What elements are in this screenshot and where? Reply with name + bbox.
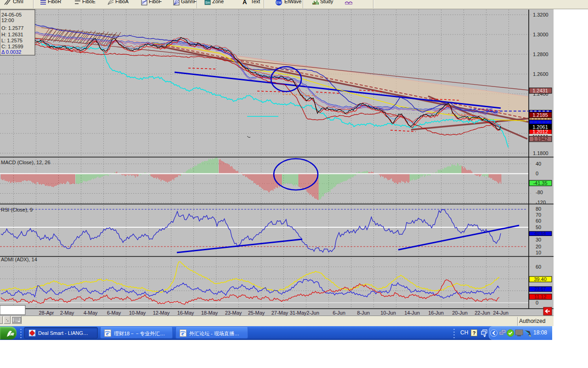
svg-text:23.67: 23.67 — [534, 287, 546, 292]
svg-text:C: 1.2599: C: 1.2599 — [1, 44, 23, 49]
svg-text:23-May: 23-May — [225, 310, 242, 316]
svg-text:27-May: 27-May — [271, 310, 288, 316]
svg-text:1.2012: 1.2012 — [532, 129, 548, 134]
svg-text:4-May: 4-May — [84, 310, 98, 316]
svg-text:31-May: 31-May — [290, 310, 307, 316]
svg-text:EW: EW — [276, 1, 282, 4]
svg-text:1.2185: 1.2185 — [532, 112, 548, 118]
svg-text:22-Jun: 22-Jun — [475, 310, 490, 316]
svg-text:e: e — [181, 330, 184, 337]
svg-text:50: 50 — [536, 224, 541, 230]
svg-text:1.2600: 1.2600 — [533, 71, 548, 77]
svg-text:e: e — [106, 330, 109, 337]
svg-text:14-Jun: 14-Jun — [404, 310, 420, 316]
svg-text:20-Jun: 20-Jun — [452, 310, 468, 316]
svg-text:40.64: 40.64 — [534, 231, 546, 236]
svg-text:L: 1.2575: L: 1.2575 — [1, 38, 23, 43]
svg-text:-41.35: -41.35 — [533, 180, 547, 186]
svg-text:10-May: 10-May — [129, 310, 146, 316]
svg-text:24-05-05: 24-05-05 — [1, 12, 22, 17]
svg-text:H: 1.2631: H: 1.2631 — [1, 32, 23, 37]
svg-text:-80: -80 — [536, 190, 543, 195]
svg-text:8-Jun: 8-Jun — [357, 310, 370, 316]
svg-text:1.2800: 1.2800 — [533, 52, 548, 57]
svg-text:MACD (Close), 12, 26: MACD (Close), 12, 26 — [1, 160, 51, 165]
svg-text:Sm: Sm — [205, 1, 210, 4]
svg-text:10: 10 — [536, 250, 541, 255]
svg-text:80: 80 — [536, 206, 541, 212]
svg-text:60: 60 — [536, 264, 541, 270]
svg-text:2-May: 2-May — [60, 310, 74, 316]
svg-text:12:00: 12:00 — [1, 17, 14, 23]
svg-text:24-Jun: 24-Jun — [493, 310, 509, 316]
svg-text:-120: -120 — [536, 200, 546, 205]
svg-text:6-May: 6-May — [107, 310, 121, 316]
svg-text:10-Jun: 10-Jun — [380, 310, 396, 316]
svg-text:1.1800: 1.1800 — [533, 150, 548, 156]
svg-text:28-Apr: 28-Apr — [39, 310, 54, 316]
svg-text:0: 0 — [536, 300, 538, 305]
svg-text:60: 60 — [536, 218, 541, 224]
svg-text:RSI (Close), 9: RSI (Close), 9 — [1, 207, 33, 213]
svg-text:30: 30 — [536, 237, 541, 242]
svg-text:11.12: 11.12 — [534, 294, 547, 299]
svg-text:1.3200: 1.3200 — [533, 12, 548, 17]
svg-text:1.3000: 1.3000 — [533, 32, 548, 37]
svg-text:12-May: 12-May — [153, 310, 170, 316]
svg-text:40: 40 — [536, 161, 541, 167]
svg-text:2-Jun: 2-Jun — [306, 310, 319, 316]
svg-text:20: 20 — [536, 244, 541, 249]
svg-text:O: 1.2577: O: 1.2577 — [1, 25, 23, 31]
svg-text:18-May: 18-May — [201, 310, 218, 316]
svg-text:1.2431: 1.2431 — [532, 88, 548, 93]
svg-text:ADMI (ADX), 14: ADMI (ADX), 14 — [1, 257, 37, 262]
svg-text:25-May: 25-May — [248, 310, 265, 316]
svg-text:16-May: 16-May — [177, 310, 194, 316]
svg-text:39.40: 39.40 — [534, 276, 547, 282]
svg-text:6-Jun: 6-Jun — [333, 310, 345, 316]
svg-text:70: 70 — [536, 212, 541, 218]
svg-text:0: 0 — [536, 171, 538, 176]
svg-text:16-Jun: 16-Jun — [428, 310, 444, 316]
svg-text:1.1942: 1.1942 — [532, 136, 548, 142]
svg-text:Δ 0.0032: Δ 0.0032 — [1, 49, 21, 55]
